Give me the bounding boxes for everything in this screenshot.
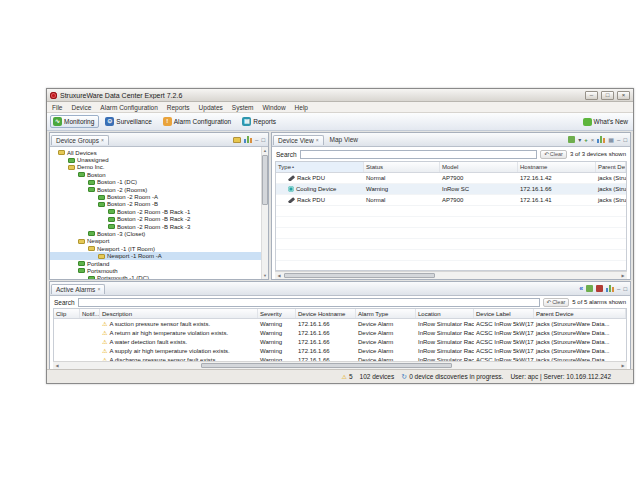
column-type[interactable]: Type▴: [276, 162, 364, 172]
alarm-history-icon[interactable]: [596, 285, 603, 292]
tab-device-groups[interactable]: Device Groups ×: [51, 135, 109, 145]
perspective-monitoring[interactable]: ∿ Monitoring: [50, 115, 99, 128]
tab-device-view[interactable]: Device View ×: [273, 135, 324, 145]
menu-reports[interactable]: Reports: [167, 104, 190, 111]
add-device-icon[interactable]: +: [584, 136, 588, 144]
export-icon[interactable]: [586, 285, 593, 292]
tree-item-boston-2-room-b[interactable]: Boston -2 Room -B: [50, 201, 268, 208]
column-device-hostname[interactable]: Device Hostname: [296, 309, 356, 318]
window-minimize-button[interactable]: –: [585, 91, 598, 100]
collapse-all-icon[interactable]: «: [579, 285, 583, 292]
alarm-row-3[interactable]: ⚠A water detection fault exists. Warning…: [54, 337, 626, 346]
window-maximize-button[interactable]: □: [601, 91, 614, 100]
folder-icon[interactable]: [233, 137, 241, 143]
menu-updates[interactable]: Updates: [199, 104, 223, 111]
scroll-up-icon[interactable]: ▲: [263, 148, 267, 153]
column-severity[interactable]: Severity: [258, 309, 296, 318]
close-icon[interactable]: ×: [101, 137, 104, 143]
menu-device[interactable]: Device: [71, 104, 91, 111]
device-horizontal-scrollbar[interactable]: ◀ ▶: [275, 271, 627, 279]
tree-item-boston[interactable]: Boston: [50, 171, 268, 178]
perspective-alarm-configuration[interactable]: ! Alarm Configuration: [160, 115, 236, 128]
scroll-left-icon[interactable]: ◀: [275, 272, 283, 279]
tree-item-portsmouth-1[interactable]: Portsmouth -1 (DC): [50, 275, 268, 279]
menu-system[interactable]: System: [232, 104, 254, 111]
tree-item-boston-3[interactable]: Boston -3 (Closet): [50, 230, 268, 237]
tree-item-boston-2-room-a[interactable]: Boston -2 Room -A: [50, 193, 268, 200]
tree-vertical-scrollbar[interactable]: ▲ ▼: [261, 147, 268, 279]
perspective-reports[interactable]: ▤ Reports: [239, 115, 281, 128]
alarms-horizontal-scrollbar[interactable]: ◀ ▶: [53, 361, 627, 369]
alarms-clear-button[interactable]: ↶ Clear: [543, 298, 570, 307]
alarm-row-2[interactable]: ⚠A return air high temperature violation…: [54, 328, 626, 337]
tree-item-newport-1-room-a[interactable]: Newport -1 Room -A: [50, 252, 268, 259]
column-notification[interactable]: Notif...: [80, 309, 100, 318]
tree-item-rack-3[interactable]: Boston -2 Room -B Rack -3: [50, 223, 268, 230]
table-view-icon[interactable]: ▦: [608, 136, 614, 144]
tab-active-alarms[interactable]: Active Alarms ×: [51, 284, 105, 294]
close-icon[interactable]: ×: [316, 137, 319, 143]
tree-item-newport-1[interactable]: Newport -1 (IT Room): [50, 245, 268, 252]
scrollbar-thumb[interactable]: [262, 155, 268, 205]
alarm-row-1[interactable]: ⚠A suction pressure sensor fault exists.…: [54, 319, 626, 328]
menu-file[interactable]: File: [52, 104, 62, 111]
scroll-down-icon[interactable]: ▼: [263, 273, 267, 278]
alarm-row-4[interactable]: ⚠A supply air high temperature violation…: [54, 346, 626, 355]
dropdown-icon[interactable]: ▾: [578, 136, 581, 144]
tab-map-view[interactable]: Map View: [326, 135, 362, 144]
chart-icon[interactable]: [597, 136, 605, 143]
panel-maximize-icon[interactable]: □: [623, 285, 627, 293]
panel-maximize-icon[interactable]: □: [261, 136, 265, 144]
tree-item-demo-inc[interactable]: Demo Inc.: [50, 164, 268, 171]
menu-help[interactable]: Help: [295, 104, 308, 111]
chart-icon[interactable]: [606, 285, 614, 292]
column-hostname[interactable]: Hostname: [518, 162, 596, 172]
close-icon[interactable]: ×: [97, 286, 100, 292]
status-discovery[interactable]: ↻ 0 device discoveries in progress.: [401, 373, 503, 381]
device-row-1[interactable]: Rack PDU Normal AP7900 172.16.1.42 jacks…: [276, 173, 626, 184]
tree-item-newport[interactable]: Newport: [50, 238, 268, 245]
column-clip[interactable]: Clip: [54, 309, 80, 318]
tree-item-boston-1[interactable]: Boston -1 (DC): [50, 179, 268, 186]
chart-icon[interactable]: [244, 136, 252, 143]
scroll-right-icon[interactable]: ▶: [619, 362, 627, 369]
device-row-2[interactable]: Cooling Device Warning InRow SC 172.16.1…: [276, 184, 626, 195]
perspective-surveillance[interactable]: ⊙ Surveillance: [102, 115, 156, 128]
delete-device-icon[interactable]: ×: [591, 136, 595, 144]
tree-item-unassigned[interactable]: Unassigned: [50, 156, 268, 163]
alarm-parent: jacks (StruxureWare Data...: [536, 339, 609, 345]
panel-maximize-icon[interactable]: □: [623, 136, 627, 144]
tree-item-portland[interactable]: Portland: [50, 260, 268, 267]
column-alarm-type[interactable]: Alarm Type: [356, 309, 416, 318]
column-status[interactable]: Status: [364, 162, 440, 172]
scroll-left-icon[interactable]: ◀: [53, 362, 61, 369]
device-row-3[interactable]: Rack PDU Normal AP7900 172.16.1.41 jacks…: [276, 195, 626, 206]
scroll-right-icon[interactable]: ▶: [619, 272, 627, 279]
tree-item-portsmouth[interactable]: Portsmouth: [50, 267, 268, 274]
scrollbar-thumb[interactable]: [284, 273, 435, 278]
column-location[interactable]: Location: [416, 309, 474, 318]
scrollbar-thumb[interactable]: [201, 363, 452, 368]
tree-item-rack-1[interactable]: Boston -2 Room -B Rack -1: [50, 208, 268, 215]
window-close-button[interactable]: ×: [617, 91, 630, 100]
export-icon[interactable]: [568, 136, 575, 143]
column-model[interactable]: Model: [440, 162, 518, 172]
alarms-search-input[interactable]: [78, 298, 540, 307]
panel-minimize-icon[interactable]: –: [617, 285, 620, 293]
status-device-count[interactable]: 102 devices: [360, 373, 395, 380]
tree-item-rack-2[interactable]: Boston -2 Room -B Rack -2: [50, 216, 268, 223]
menu-window[interactable]: Window: [262, 104, 285, 111]
column-device-label[interactable]: Device Label: [474, 309, 534, 318]
whats-new-button[interactable]: What's New: [583, 118, 630, 126]
panel-minimize-icon[interactable]: –: [617, 136, 620, 144]
column-parent-device[interactable]: Parent Device: [534, 309, 626, 318]
device-clear-button[interactable]: ↶ Clear: [540, 150, 567, 159]
column-description[interactable]: Description: [100, 309, 258, 318]
device-search-input[interactable]: [300, 150, 538, 159]
status-alarm-summary[interactable]: ⚠ 5: [342, 373, 353, 380]
tree-item-all-devices[interactable]: All Devices: [50, 149, 268, 156]
column-parent-device[interactable]: Parent Device: [596, 162, 626, 172]
tree-item-boston-2[interactable]: Boston -2 (Rooms): [50, 186, 268, 193]
menu-alarm-configuration[interactable]: Alarm Configuration: [100, 104, 157, 111]
panel-minimize-icon[interactable]: –: [255, 136, 258, 144]
